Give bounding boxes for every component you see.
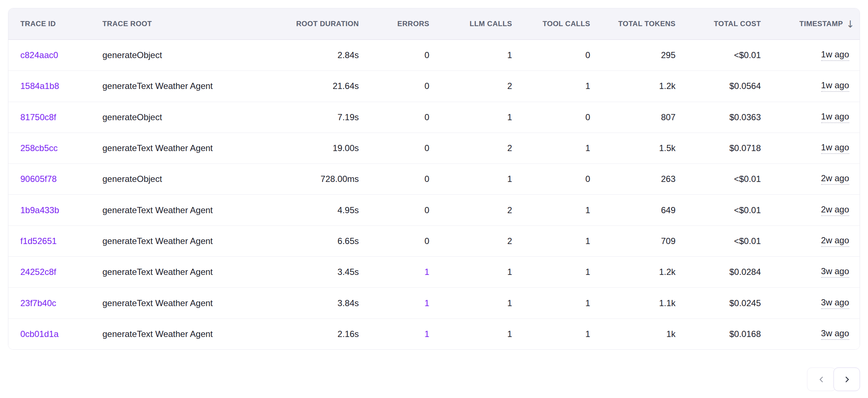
llm-calls-cell: 1 <box>429 112 512 122</box>
timestamp-value[interactable]: 1w ago <box>821 80 849 92</box>
timestamp-value[interactable]: 3w ago <box>821 266 849 278</box>
timestamp-value[interactable]: 1w ago <box>821 142 849 154</box>
trace-id-link[interactable]: 0cb01d1a <box>20 329 58 339</box>
column-header-total-tokens[interactable]: TOTAL TOKENS <box>590 20 676 28</box>
timestamp-cell: 1w ago <box>761 49 860 61</box>
timestamp-cell: 2w ago <box>761 173 860 185</box>
trace-id-link[interactable]: 1584a1b8 <box>20 81 59 91</box>
trace-root-cell: generateObject <box>102 174 266 184</box>
llm-calls-cell: 1 <box>429 298 512 308</box>
errors-cell: 1 <box>359 298 429 308</box>
timestamp-value[interactable]: 2w ago <box>821 235 849 247</box>
total-cost-cell: <$0.01 <box>676 174 761 184</box>
timestamp-cell: 3w ago <box>761 297 860 309</box>
trace-id-cell: 0cb01d1a <box>8 329 102 339</box>
timestamp-value[interactable]: 1w ago <box>821 111 849 123</box>
trace-id-cell: 1584a1b8 <box>8 81 102 91</box>
trace-id-link[interactable]: 81750c8f <box>20 112 56 122</box>
trace-id-cell: 24252c8f <box>8 267 102 277</box>
total-cost-cell: $0.0564 <box>676 81 761 91</box>
root-duration-cell: 2.16s <box>266 329 359 339</box>
column-header-trace-id[interactable]: TRACE ID <box>8 20 102 28</box>
trace-root-cell: generateText Weather Agent <box>102 236 266 246</box>
table-row: 81750c8f generateObject 7.19s 0 1 0 807 … <box>8 102 860 133</box>
errors-cell: 0 <box>359 205 429 215</box>
timestamp-cell: 2w ago <box>761 235 860 247</box>
errors-cell: 0 <box>359 143 429 153</box>
trace-id-cell: 258cb5cc <box>8 143 102 153</box>
next-page-button[interactable] <box>833 367 860 391</box>
trace-id-link[interactable]: c824aac0 <box>20 50 58 60</box>
traces-table: TRACE ID TRACE ROOT ROOT DURATION ERRORS… <box>8 8 860 350</box>
timestamp-value[interactable]: 2w ago <box>821 173 849 185</box>
root-duration-cell: 728.00ms <box>266 174 359 184</box>
total-cost-cell: $0.0245 <box>676 298 761 308</box>
total-tokens-cell: 709 <box>590 236 676 246</box>
total-tokens-cell: 649 <box>590 205 676 215</box>
total-tokens-cell: 1.5k <box>590 143 676 153</box>
timestamp-value[interactable]: 3w ago <box>821 297 849 309</box>
total-tokens-cell: 1.2k <box>590 81 676 91</box>
tool-calls-cell: 1 <box>512 236 590 246</box>
tool-calls-cell: 1 <box>512 205 590 215</box>
tool-calls-cell: 1 <box>512 143 590 153</box>
timestamp-cell: 3w ago <box>761 328 860 340</box>
table-row: c824aac0 generateObject 2.84s 0 1 0 295 … <box>8 40 860 70</box>
root-duration-cell: 3.45s <box>266 267 359 277</box>
trace-root-cell: generateText Weather Agent <box>102 298 266 308</box>
column-header-timestamp-label: TIMESTAMP <box>799 20 843 28</box>
trace-root-cell: generateText Weather Agent <box>102 329 266 339</box>
trace-id-link[interactable]: 24252c8f <box>20 267 56 277</box>
trace-root-cell: generateText Weather Agent <box>102 205 266 215</box>
errors-cell: 0 <box>359 112 429 122</box>
column-header-llm-calls[interactable]: LLM CALLS <box>429 20 512 28</box>
trace-root-cell: generateText Weather Agent <box>102 81 266 91</box>
tool-calls-cell: 1 <box>512 267 590 277</box>
total-cost-cell: <$0.01 <box>676 236 761 246</box>
column-header-errors[interactable]: ERRORS <box>359 20 429 28</box>
column-header-tool-calls[interactable]: TOOL CALLS <box>512 20 590 28</box>
previous-page-button[interactable] <box>807 367 836 391</box>
column-header-trace-root[interactable]: TRACE ROOT <box>102 20 266 28</box>
errors-cell: 1 <box>359 267 429 277</box>
column-header-root-duration[interactable]: ROOT DURATION <box>266 20 359 28</box>
table-row: 90605f78 generateObject 728.00ms 0 1 0 2… <box>8 163 860 194</box>
table-row: f1d52651 generateText Weather Agent 6.65… <box>8 226 860 256</box>
root-duration-cell: 6.65s <box>266 236 359 246</box>
trace-id-link[interactable]: 90605f78 <box>20 174 57 184</box>
errors-cell: 0 <box>359 236 429 246</box>
total-tokens-cell: 1.2k <box>590 267 676 277</box>
trace-id-link[interactable]: f1d52651 <box>20 236 57 246</box>
llm-calls-cell: 2 <box>429 236 512 246</box>
total-cost-cell: $0.0363 <box>676 112 761 122</box>
pagination <box>807 367 860 391</box>
timestamp-value[interactable]: 2w ago <box>821 204 849 216</box>
column-header-total-cost[interactable]: TOTAL COST <box>676 20 761 28</box>
total-tokens-cell: 1.1k <box>590 298 676 308</box>
chevron-left-icon <box>817 375 826 384</box>
trace-id-link[interactable]: 23f7b40c <box>20 298 56 308</box>
trace-id-cell: 90605f78 <box>8 174 102 184</box>
llm-calls-cell: 1 <box>429 174 512 184</box>
timestamp-cell: 3w ago <box>761 266 860 278</box>
root-duration-cell: 7.19s <box>266 112 359 122</box>
timestamp-value[interactable]: 3w ago <box>821 328 849 340</box>
timestamp-value[interactable]: 1w ago <box>821 49 849 61</box>
trace-root-cell: generateObject <box>102 112 266 122</box>
trace-id-link[interactable]: 1b9a433b <box>20 205 59 215</box>
total-cost-cell: <$0.01 <box>676 50 761 60</box>
table-body: c824aac0 generateObject 2.84s 0 1 0 295 … <box>8 40 860 349</box>
trace-id-link[interactable]: 258cb5cc <box>20 143 58 153</box>
root-duration-cell: 4.95s <box>266 205 359 215</box>
total-cost-cell: <$0.01 <box>676 205 761 215</box>
trace-id-cell: f1d52651 <box>8 236 102 246</box>
llm-calls-cell: 1 <box>429 329 512 339</box>
trace-root-cell: generateText Weather Agent <box>102 267 266 277</box>
errors-cell: 1 <box>359 329 429 339</box>
errors-cell: 0 <box>359 81 429 91</box>
total-cost-cell: $0.0284 <box>676 267 761 277</box>
total-tokens-cell: 295 <box>590 50 676 60</box>
timestamp-cell: 1w ago <box>761 142 860 154</box>
column-header-timestamp[interactable]: TIMESTAMP ↓ <box>761 19 860 29</box>
trace-id-cell: c824aac0 <box>8 50 102 60</box>
